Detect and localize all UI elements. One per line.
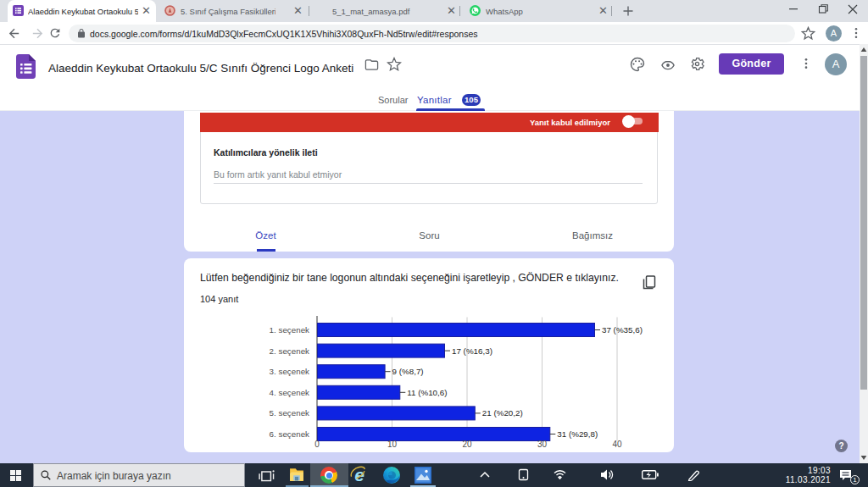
svg-text:10: 10 xyxy=(387,440,398,449)
svg-text:6. seçenek: 6. seçenek xyxy=(270,429,309,439)
svg-text:11 (%10,6): 11 (%10,6) xyxy=(407,388,447,397)
svg-text:2. seçenek: 2. seçenek xyxy=(270,346,309,356)
svg-text:30: 30 xyxy=(537,440,548,449)
svg-text:0: 0 xyxy=(314,440,320,449)
svg-text:3. seçenek: 3. seçenek xyxy=(270,367,309,376)
svg-text:17 (%16,3): 17 (%16,3) xyxy=(452,346,492,356)
svg-text:20: 20 xyxy=(462,440,472,449)
svg-text:4. seçenek: 4. seçenek xyxy=(270,388,309,397)
svg-text:40: 40 xyxy=(612,440,622,449)
svg-text:1. seçenek: 1. seçenek xyxy=(270,325,309,335)
svg-text:5. seçenek: 5. seçenek xyxy=(270,408,309,418)
svg-text:9 (%8,7): 9 (%8,7) xyxy=(392,367,424,376)
svg-text:31 (%29,8): 31 (%29,8) xyxy=(557,429,598,439)
svg-text:37 (%35,6): 37 (%35,6) xyxy=(602,325,643,335)
svg-text:21 (%20,2): 21 (%20,2) xyxy=(482,408,523,418)
